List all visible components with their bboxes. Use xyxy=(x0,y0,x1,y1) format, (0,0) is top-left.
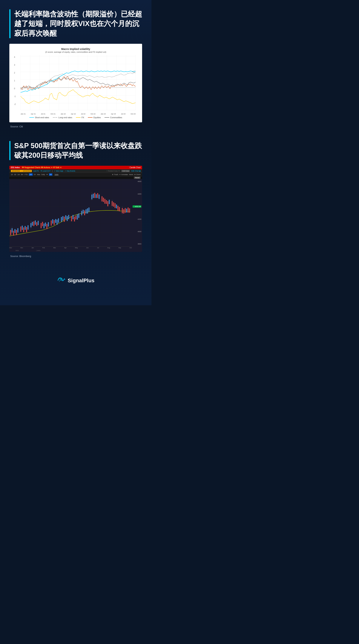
legend-long-end: Long end rates xyxy=(53,116,72,118)
chart-legend: Short-end rates Long end rates FX Equiti… xyxy=(14,116,137,118)
y-label-2: 2 xyxy=(14,72,15,74)
svg-rect-52 xyxy=(23,228,24,232)
svg-rect-69 xyxy=(52,220,53,224)
bb-chart-type: Candle Chart xyxy=(130,166,141,168)
x-label-apr22: Apr 22 xyxy=(71,113,76,115)
bb-year-axis: 2022 2023 xyxy=(9,249,132,252)
bb-edit-chart[interactable]: Edit Chart ◆ xyxy=(131,170,141,172)
svg-rect-61 xyxy=(38,221,39,225)
x-axis-labels: Jan 21 Apr 21 Jul 21 Oct 21 Jan 22 Apr 2… xyxy=(20,113,136,115)
legend-fx-line xyxy=(76,117,81,118)
legend-commodities: Commodities xyxy=(104,116,122,118)
svg-rect-46 xyxy=(13,231,14,236)
time-apr: Apr xyxy=(64,247,66,248)
bb-mov-avgs[interactable]: ✓ Mov Avgs xyxy=(54,170,63,172)
legend-long-end-label: Long end rates xyxy=(58,116,72,118)
svg-rect-60 xyxy=(36,222,37,226)
y-label-0: 0 xyxy=(14,88,15,90)
svg-rect-89 xyxy=(86,209,87,214)
x-label-oct23: Oct 23 xyxy=(130,113,136,115)
svg-rect-76 xyxy=(64,217,65,222)
legend-long-end-line xyxy=(53,117,58,118)
bloomberg-chart: ES1 Index 99 Suggested Charts 98 Actions… xyxy=(9,166,142,252)
svg-rect-105 xyxy=(113,202,114,207)
bb-datebar: 10/24/2022 — 10/24/2023 Last Px ▼ Local … xyxy=(9,169,142,173)
bb-5y[interactable]: 5Y xyxy=(34,174,36,176)
bb-max[interactable]: Max xyxy=(37,174,40,176)
bb-track[interactable]: ⊕ Track xyxy=(112,174,118,176)
y-label-neg2: -2 xyxy=(14,103,16,105)
bb-1m[interactable]: 1M xyxy=(17,174,20,176)
section1-source: Source: Citi xyxy=(9,125,142,128)
svg-rect-71 xyxy=(55,219,56,223)
bb-news[interactable]: News xyxy=(129,174,133,176)
svg-rect-96 xyxy=(97,193,98,198)
bb-tabs: 99 Suggested Charts 98 Actions ▼ 97 Edit… xyxy=(22,166,62,168)
bb-3d[interactable]: 3D xyxy=(14,174,16,176)
time-feb: Feb xyxy=(42,247,45,248)
svg-rect-111 xyxy=(123,209,124,214)
time-sep: Sep xyxy=(118,247,121,248)
bb-chart-body: 4600 4400 4252.00 4200 4000 3800 Nov Dec… xyxy=(9,179,142,252)
svg-rect-87 xyxy=(83,210,84,214)
price-4000: 4000 xyxy=(133,231,141,232)
bb-reset-btn[interactable]: Reset xyxy=(134,177,141,179)
legend-short-end: Short-end rates xyxy=(29,116,49,118)
svg-rect-63 xyxy=(42,222,43,226)
bb-annotate[interactable]: ✏ Annotate xyxy=(119,174,128,176)
svg-rect-102 xyxy=(107,201,108,206)
time-oct: Oct xyxy=(129,247,132,248)
price-4200: 4200 xyxy=(133,218,141,220)
x-label-oct22: Oct 22 xyxy=(90,113,95,115)
legend-short-end-label: Short-end rates xyxy=(35,116,49,118)
bb-header: ES1 Index 99 Suggested Charts 98 Actions… xyxy=(9,166,142,169)
svg-rect-114 xyxy=(128,208,129,213)
svg-rect-95 xyxy=(96,194,97,198)
x-label-jan21: Jan 21 xyxy=(20,113,26,115)
x-label-oct21: Oct 21 xyxy=(50,113,55,115)
time-nov: Nov xyxy=(9,247,12,248)
bb-table-link[interactable]: Table xyxy=(54,174,58,176)
svg-rect-74 xyxy=(61,217,62,222)
legend-equities-line xyxy=(88,117,92,118)
bb-ytd[interactable]: YTD xyxy=(24,174,28,176)
legend-equities: Equities xyxy=(88,116,101,118)
y-label-3: 3 xyxy=(14,64,15,66)
time-mar: Mar xyxy=(53,247,56,248)
bb-6m[interactable]: 6M xyxy=(21,174,23,176)
footer: SignalPlus xyxy=(0,271,151,294)
svg-rect-79 xyxy=(68,215,69,219)
x-label-jan23: Jan 23 xyxy=(101,113,106,115)
bb-zoom[interactable]: ⊕ Zoom xyxy=(134,174,141,176)
time-jul: Jul xyxy=(97,247,99,248)
bb-add-data[interactable]: Add Data xyxy=(121,170,130,172)
bb-chart-svg xyxy=(9,179,132,246)
bb-1d[interactable]: 1D xyxy=(11,174,13,176)
legend-fx-label: FX xyxy=(81,116,84,118)
svg-rect-72 xyxy=(57,220,58,225)
bb-es1: ES1 Index xyxy=(11,166,20,168)
bb-1x[interactable]: 1+ xyxy=(49,174,52,176)
svg-rect-98 xyxy=(101,196,102,202)
bb-related-data[interactable]: + Related Data ▼ xyxy=(106,170,120,172)
bb-last-px[interactable]: Last Px xyxy=(33,170,39,172)
y-label-1: 1 xyxy=(14,80,15,82)
svg-rect-81 xyxy=(72,215,73,219)
bb-key-events[interactable]: ✓ Key Events xyxy=(65,170,75,172)
svg-rect-91 xyxy=(88,208,89,212)
svg-rect-58 xyxy=(33,222,34,226)
svg-rect-59 xyxy=(35,220,36,225)
bb-reset-label[interactable]: Reset xyxy=(134,176,141,179)
svg-rect-115 xyxy=(129,208,130,213)
bb-1y[interactable]: 1Y xyxy=(29,174,33,176)
bb-price-axis: 4600 4400 4252.00 4200 4000 3800 xyxy=(132,179,142,246)
bb-daily[interactable]: Daily xyxy=(41,174,45,176)
section1-title: 长端利率隐含波动性（期限溢价）已经超越了短端，同时股权VIX也在六个月的沉寂后再… xyxy=(14,9,142,38)
bb-arrow-down[interactable]: ▼ xyxy=(46,174,48,176)
bb-local-ccy[interactable]: ▼ Local CCY xyxy=(40,170,50,172)
svg-rect-109 xyxy=(119,207,120,211)
section2-source: Source: Bloomberg xyxy=(9,255,142,258)
x-label-jul21: Jul 21 xyxy=(41,113,45,115)
legend-fx: FX xyxy=(76,116,84,118)
svg-rect-48 xyxy=(16,230,17,235)
